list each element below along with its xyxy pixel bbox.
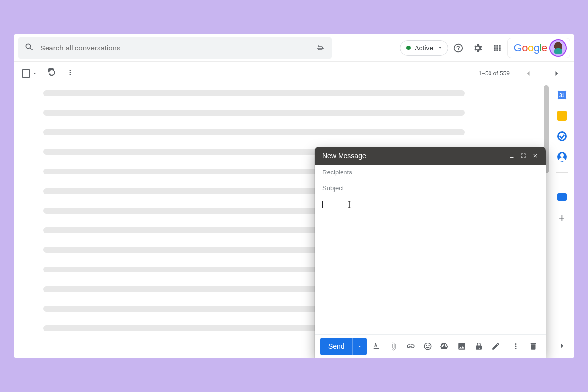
calendar-icon[interactable] [557,90,567,100]
send-options-icon[interactable] [352,338,367,355]
header: Active Google [14,34,574,62]
search-input[interactable] [40,44,310,52]
tasks-icon[interactable] [557,131,567,141]
list-item[interactable] [43,169,318,174]
compose-footer: Send [315,334,546,358]
search-icon [24,42,34,54]
meet-icon[interactable] [557,193,567,201]
list-item[interactable] [43,286,318,292]
send-button-label: Send [320,343,352,350]
next-page-icon[interactable] [547,64,566,83]
list-item[interactable] [43,267,318,272]
compose-body[interactable]: I [315,196,546,334]
list-item[interactable] [43,129,465,135]
list-item[interactable] [43,149,318,155]
select-all-checkbox[interactable] [22,69,38,78]
confidential-mode-icon[interactable] [472,339,486,354]
status-dot-icon [406,46,411,50]
apps-grid-icon[interactable] [488,38,507,58]
subject-field[interactable]: Subject [315,180,546,196]
list-item[interactable] [43,110,465,116]
compose-title: New Message [322,152,366,160]
recipients-field[interactable]: Recipients [315,165,546,180]
refresh-icon[interactable] [47,68,57,79]
minimize-icon[interactable] [506,150,517,162]
caret-down-icon [437,44,443,52]
insert-drive-icon[interactable] [438,339,452,354]
status-chip[interactable]: Active [400,40,448,56]
close-icon[interactable] [529,150,541,162]
insert-photo-icon[interactable] [455,339,469,354]
google-logo[interactable]: Google [507,38,570,58]
send-button[interactable]: Send [320,338,367,355]
list-item[interactable] [43,325,318,331]
pagination-info: 1–50 of 559 [479,70,510,77]
compose-window: New Message Recipients Subject I Send [315,147,546,358]
insert-emoji-icon[interactable] [420,339,435,354]
contacts-icon[interactable] [557,152,567,162]
insert-signature-icon[interactable] [489,339,503,354]
list-item[interactable] [43,90,465,96]
text-cursor [322,201,323,208]
compose-header[interactable]: New Message [315,147,546,165]
brand-text: Google [514,42,547,54]
more-options-icon[interactable] [509,339,523,354]
list-item[interactable] [43,208,318,214]
discard-draft-icon[interactable] [526,339,540,354]
list-toolbar: 1–50 of 559 [14,62,574,85]
settings-icon[interactable] [468,38,488,58]
insert-link-icon[interactable] [403,339,417,354]
list-item[interactable] [43,188,318,194]
formatting-icon[interactable] [369,339,384,354]
status-label: Active [415,44,433,52]
ibeam-cursor-icon: I [348,200,351,210]
keep-icon[interactable] [557,111,567,121]
attach-file-icon[interactable] [387,339,401,354]
list-item[interactable] [43,247,318,253]
prev-page-icon[interactable] [518,64,538,83]
add-addon-icon[interactable]: + [559,212,565,224]
search-options-icon[interactable] [316,43,325,53]
side-panel: + [549,85,574,358]
support-icon[interactable] [448,38,468,58]
list-item[interactable] [43,306,318,312]
search-bar[interactable] [18,37,332,59]
collapse-sidepanel-icon[interactable] [556,340,568,352]
divider [556,172,568,182]
list-item[interactable] [43,227,318,233]
gmail-app: Active Google 1–50 of 55 [14,34,574,358]
more-options-icon[interactable] [66,68,74,79]
account-avatar[interactable] [550,40,566,56]
fullscreen-icon[interactable] [517,150,529,162]
